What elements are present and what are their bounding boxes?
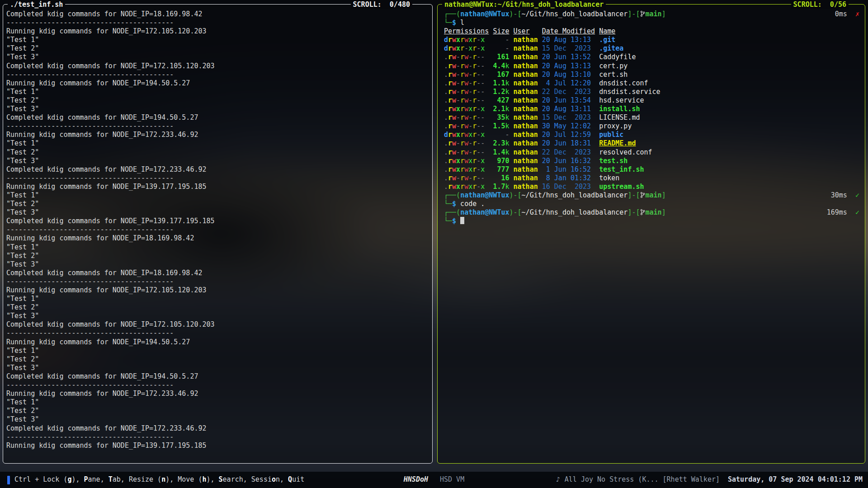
terminal-line: Completed kdig commands for NODE_IP=172.… <box>6 62 428 70</box>
prompt-line: ┌──(nathan@NWTux)-[~/Git/hns_doh_loadbal… <box>444 191 859 200</box>
file-name: public <box>599 131 623 139</box>
terminal-line: Running kdig commands for NODE_IP=172.10… <box>6 286 428 295</box>
command-text: code . <box>456 200 485 208</box>
tab-hsd-vm[interactable]: HSD VM <box>440 475 464 484</box>
file-date: 20 Jun 13:52 <box>542 53 591 61</box>
terminal-line: "Test 1" <box>6 191 428 200</box>
file-owner: nathan <box>514 96 538 105</box>
terminal-line: "Test 1" <box>6 347 428 355</box>
terminal-line: "Test 2" <box>6 44 428 53</box>
terminal-line: "Test 1" <box>6 295 428 303</box>
command-line: └─$ code . <box>444 200 859 208</box>
terminal-line: ----------------------------------------… <box>6 433 428 441</box>
file-owner: nathan <box>514 122 538 131</box>
file-date: 20 Jun 13:54 <box>542 96 591 105</box>
terminal-line: "Test 1" <box>6 398 428 407</box>
file-date: 20 Aug 13:10 <box>542 70 591 79</box>
terminal-line: "Test 3" <box>6 364 428 372</box>
file-owner: nathan <box>514 62 538 70</box>
keybinding-hint: Tab <box>108 475 121 483</box>
terminal-line: Running kdig commands for NODE_IP=172.23… <box>6 389 428 398</box>
file-permissions: .rw-rw-r-- <box>444 139 485 148</box>
terminal-line: "Test 2" <box>6 148 428 157</box>
prompt-line: ┌──(nathan@NWTux)-[~/Git/hns_doh_loadbal… <box>444 10 859 19</box>
file-name: resolved.conf <box>599 148 652 157</box>
command-duration: 30ms <box>831 191 847 199</box>
file-row: .rwxrwxr-x 777 nathan 1 Jun 16:52 test_i… <box>444 165 859 174</box>
file-date: 15 Dec 2023 <box>542 44 591 53</box>
file-date: 20 Jun 16:32 <box>542 157 591 165</box>
listing-header: Permissions Size User Date Modified Name <box>444 27 859 36</box>
pane-shell[interactable]: nathan@NWTux:~/Git/hns_doh_loadbalancer … <box>437 4 865 464</box>
hint-key: Q <box>288 475 292 483</box>
keybinding-hints: Ctrl + Lock (g), Pane, Tab, Resize (n), … <box>14 475 304 484</box>
prompt-symbol: $ <box>452 200 456 208</box>
status-right-group: ♪ All Joy No Stress (K... [Rhett Walker]… <box>556 475 863 484</box>
now-playing-label: All Joy No Stress (K... [Rhett Walker] <box>565 475 720 484</box>
terminal-line: "Test 2" <box>6 303 428 312</box>
file-row: .rwxrwxr-x 2.1k nathan 20 Aug 13:11 inst… <box>444 105 859 113</box>
command-text: l <box>456 19 464 27</box>
file-owner: nathan <box>514 131 538 139</box>
file-row: .rw-rw-r-- 2.3k nathan 20 Jun 18:31 READ… <box>444 139 859 148</box>
file-owner: nathan <box>514 36 538 44</box>
file-name: token <box>599 174 619 183</box>
file-row: drwxrwxr-x - nathan 20 Jul 12:59 public <box>444 131 859 139</box>
terminal-line: ----------------------------------------… <box>6 122 428 131</box>
command-duration: 169ms <box>827 208 847 216</box>
keybinding-hint: Pane <box>84 475 100 483</box>
file-permissions: .rw-rw-r-- <box>444 53 485 61</box>
file-owner: nathan <box>514 79 538 88</box>
file-permissions: .rw-rw-r-- <box>444 79 485 88</box>
file-owner: nathan <box>514 53 538 61</box>
clock-label: Saturday, 07 Sep 2024 04:01:12 PM <box>728 475 863 484</box>
file-row: .rwxrwxr-x 1.7k nathan 16 Dec 2023 upstr… <box>444 183 859 191</box>
mode-indicator-bar <box>7 476 10 484</box>
file-row: .rw-rw-r-- 1.1k nathan 4 Jul 12:20 dnsdi… <box>444 79 859 88</box>
file-size: - <box>505 36 509 44</box>
file-date: 15 Dec 2023 <box>542 113 591 122</box>
file-size: 161 <box>497 53 509 61</box>
status-bar: Ctrl + Lock (g), Pane, Tab, Resize (n), … <box>0 472 868 488</box>
hint-key: o <box>272 475 276 483</box>
terminal-line: Running kdig commands for NODE_IP=18.169… <box>6 234 428 243</box>
file-owner: nathan <box>514 70 538 79</box>
terminal-line: Completed kdig commands for NODE_IP=18.1… <box>6 269 428 277</box>
terminal-line: Completed kdig commands for NODE_IP=194.… <box>6 113 428 122</box>
file-name: dnsdist.service <box>599 88 660 96</box>
terminal-line: "Test 2" <box>6 355 428 364</box>
file-size: 1.1k <box>493 79 509 88</box>
tab-hnsdoh[interactable]: HNSDoH <box>404 475 428 484</box>
file-name: LICENSE.md <box>599 113 640 122</box>
prompt-path: ~/Git/hns_doh_loadbalancer <box>522 208 628 216</box>
file-row: .rw-rw-r-- 35k nathan 15 Dec 2023 LICENS… <box>444 113 859 122</box>
file-row: .rw-rw-r-- 167 nathan 20 Aug 13:10 cert.… <box>444 70 859 79</box>
file-name: .git <box>599 36 615 44</box>
terminal-line: Completed kdig commands for NODE_IP=172.… <box>6 320 428 329</box>
keybinding-hint: Quit <box>288 475 304 483</box>
file-row: .rw-rw-r-- 161 nathan 20 Jun 13:52 Caddy… <box>444 53 859 61</box>
right-pane-content: ┌──(nathan@NWTux)-[~/Git/hns_doh_loadbal… <box>438 10 865 463</box>
prompt-left: ┌──(nathan@NWTux)-[~/Git/hns_doh_loadbal… <box>444 208 666 217</box>
file-permissions: .rw-rw-r-- <box>444 88 485 96</box>
file-name: test.sh <box>599 157 627 165</box>
file-permissions: .rw-rw-r-- <box>444 70 485 79</box>
terminal-line: ----------------------------------------… <box>6 225 428 234</box>
pane-test-inf-script[interactable]: ./test_inf.sh SCROLL: 0/480 Completed kd… <box>3 4 433 464</box>
command-text <box>456 217 460 225</box>
terminal-line: ----------------------------------------… <box>6 19 428 27</box>
terminal-line: Completed kdig commands for NODE_IP=18.1… <box>6 10 428 19</box>
file-date: 20 Aug 13:11 <box>542 105 591 113</box>
terminal-line: Running kdig commands for NODE_IP=194.50… <box>6 338 428 347</box>
prompt-status-group: 0ms ✗ <box>835 10 859 19</box>
prompt-status-group: 30ms ✓ <box>831 191 859 200</box>
file-size: 1.4k <box>493 148 509 157</box>
file-owner: nathan <box>514 174 538 183</box>
file-size: 2.1k <box>493 105 509 113</box>
file-name: cert.py <box>599 62 627 70</box>
file-size: - <box>505 131 509 139</box>
terminal-line: "Test 1" <box>6 88 428 96</box>
git-branch-icon <box>640 10 646 18</box>
file-row: drwxr-xr-x - nathan 15 Dec 2023 .gitea <box>444 44 859 53</box>
file-permissions: drwxrwxr-x <box>444 131 485 139</box>
